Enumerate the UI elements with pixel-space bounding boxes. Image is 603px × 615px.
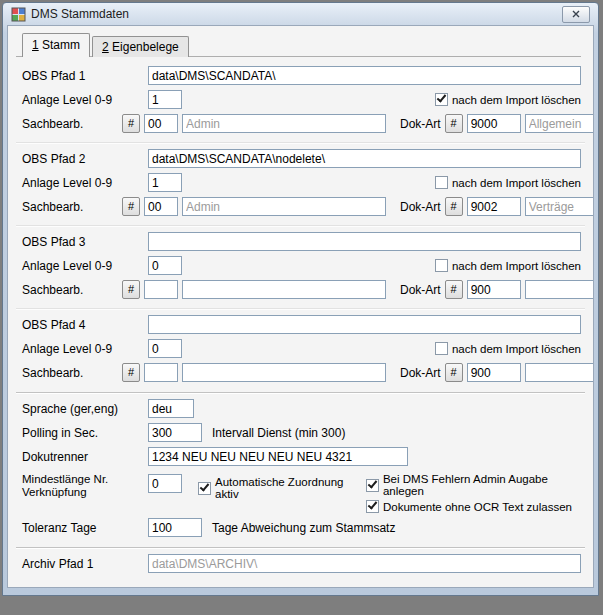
tab-eigenbelege-accel: 2: [102, 40, 109, 54]
dokart-2-lookup-button[interactable]: #: [445, 197, 463, 216]
checkbox-box[interactable]: [366, 479, 379, 492]
sachbearb-3-name-input[interactable]: [182, 280, 386, 299]
f2-save-button[interactable]: F2 Speich.: [18, 587, 93, 588]
esc-end-button[interactable]: ESC Ende: [99, 587, 173, 588]
dokart-2-code-input[interactable]: [467, 197, 521, 216]
dokart-4-label: Dok-Art: [400, 366, 441, 380]
tab-eigenbelege[interactable]: 2 Eigenbelege: [92, 36, 189, 57]
sachbearb-1-name-input[interactable]: [182, 114, 386, 133]
obs-section-3: OBS Pfad 3 Anlage Level 0-9 nach dem Imp…: [22, 232, 581, 310]
sachbearb-2-code-input[interactable]: [144, 197, 178, 216]
dokart-1-code-input[interactable]: [467, 114, 521, 133]
right-checkbox-column: Bei DMS Fehlern Admin Augabe anlegen Dok…: [366, 473, 581, 513]
ocr-text-checkbox[interactable]: Dokumente ohne OCR Text zulassen: [366, 500, 572, 513]
sachbearb-1-code-input[interactable]: [144, 114, 178, 133]
tab-stamm-label: Stamm: [39, 38, 80, 52]
obs-path-1-label: OBS Pfad 1: [22, 69, 144, 83]
dokart-1-name-input[interactable]: [525, 114, 594, 133]
tab-stamm[interactable]: 1 Stamm: [22, 33, 90, 57]
dokutrenner-label: Dokutrenner: [22, 450, 144, 464]
settings-separator: [16, 392, 585, 394]
obs-path-2-label: OBS Pfad 2: [22, 152, 144, 166]
archiv-pfad-label: Archiv Pfad 1: [22, 557, 144, 571]
obs-path-1-input[interactable]: [148, 66, 581, 85]
dokutrenner-input[interactable]: [148, 447, 408, 466]
obs-section-4: OBS Pfad 4 Anlage Level 0-9 nach dem Imp…: [22, 315, 581, 394]
delete-after-import-4-checkbox[interactable]: nach dem Import löschen: [435, 342, 581, 355]
sprache-label: Sprache (ger,eng): [22, 402, 144, 416]
checkbox-label: nach dem Import löschen: [452, 94, 581, 106]
delete-after-import-3-checkbox[interactable]: nach dem Import löschen: [435, 259, 581, 272]
sachbearb-3-label: Sachbearb.: [22, 283, 118, 297]
mindestlaenge-label: Mindestlänge Nr. Verknüpfung: [22, 473, 144, 499]
dokart-3-label: Dok-Art: [400, 283, 441, 297]
sachbearb-2-lookup-button[interactable]: #: [122, 197, 140, 216]
checkbox-box[interactable]: [435, 259, 448, 272]
obs-path-2-input[interactable]: [148, 149, 581, 168]
mindestlaenge-input[interactable]: [148, 474, 182, 493]
dokart-1-lookup-button[interactable]: #: [445, 114, 463, 133]
obs-path-4-input[interactable]: [148, 315, 581, 334]
section-separator: [16, 308, 585, 310]
auto-zuordnung-checkbox[interactable]: Automatische Zuordnung aktiv: [198, 476, 362, 500]
anlage-level-2-input[interactable]: [148, 173, 182, 192]
sachbearb-4-lookup-button[interactable]: #: [122, 363, 140, 382]
obs-section-2: OBS Pfad 2 Anlage Level 0-9 nach dem Imp…: [22, 149, 581, 227]
window-title: DMS Stammdaten: [31, 7, 562, 21]
anlage-level-1-label: Anlage Level 0-9: [22, 93, 144, 107]
checkbox-box[interactable]: [435, 93, 448, 106]
polling-hint: Intervall Dienst (min 300): [212, 426, 345, 440]
sachbearb-4-code-input[interactable]: [144, 363, 178, 382]
settings-area: Sprache (ger,eng) Polling in Sec. Interv…: [22, 399, 581, 573]
close-button[interactable]: [562, 6, 590, 23]
sachbearb-2-name-input[interactable]: [182, 197, 386, 216]
anlage-level-4-label: Anlage Level 0-9: [22, 342, 144, 356]
obs-path-3-input[interactable]: [148, 232, 581, 251]
app-icon: [11, 7, 26, 22]
dokart-4-name-input[interactable]: [525, 363, 594, 382]
obs-section-1: OBS Pfad 1 Anlage Level 0-9 nach dem Imp…: [22, 66, 581, 144]
section-separator: [16, 225, 585, 227]
delete-after-import-2-checkbox[interactable]: nach dem Import löschen: [435, 176, 581, 189]
section-separator: [16, 142, 585, 144]
toleranz-label: Toleranz Tage: [22, 521, 144, 535]
checkbox-box[interactable]: [435, 176, 448, 189]
polling-label: Polling in Sec.: [22, 426, 144, 440]
delete-after-import-1-checkbox[interactable]: nach dem Import löschen: [435, 93, 581, 106]
sachbearb-4-name-input[interactable]: [182, 363, 386, 382]
dialog-window: DMS Stammdaten 1 Stamm 2 Eigenbelege OBS…: [2, 2, 599, 596]
toleranz-input[interactable]: [148, 518, 202, 537]
polling-input[interactable]: [148, 423, 202, 442]
sachbearb-4-label: Sachbearb.: [22, 366, 118, 380]
tab-stamm-accel: 1: [32, 38, 39, 52]
sachbearb-2-label: Sachbearb.: [22, 200, 118, 214]
sachbearb-3-code-input[interactable]: [144, 280, 178, 299]
button-row: F2 Speich. ESC Ende: [18, 587, 581, 588]
dokart-3-name-input[interactable]: [525, 280, 594, 299]
sprache-input[interactable]: [148, 399, 194, 418]
dokart-3-code-input[interactable]: [467, 280, 521, 299]
dokart-3-lookup-button[interactable]: #: [445, 280, 463, 299]
anlage-level-1-input[interactable]: [148, 90, 182, 109]
checkbox-label: nach dem Import löschen: [452, 343, 581, 355]
anlage-level-4-input[interactable]: [148, 339, 182, 358]
checkbox-label: nach dem Import löschen: [452, 177, 581, 189]
archiv-separator: [16, 547, 585, 549]
dms-fehler-checkbox[interactable]: Bei DMS Fehlern Admin Augabe anlegen: [366, 473, 581, 497]
dokart-4-lookup-button[interactable]: #: [445, 363, 463, 382]
tab-eigenbelege-label: Eigenbelege: [109, 40, 179, 54]
anlage-level-3-input[interactable]: [148, 256, 182, 275]
sachbearb-1-lookup-button[interactable]: #: [122, 114, 140, 133]
sachbearb-3-lookup-button[interactable]: #: [122, 280, 140, 299]
dokart-2-name-input[interactable]: [525, 197, 594, 216]
checkbox-box[interactable]: [198, 482, 211, 495]
checkbox-label: Bei DMS Fehlern Admin Augabe anlegen: [383, 473, 581, 497]
anlage-level-3-label: Anlage Level 0-9: [22, 259, 144, 273]
checkbox-label: nach dem Import löschen: [452, 260, 581, 272]
archiv-pfad-input[interactable]: [148, 554, 581, 573]
checkbox-box[interactable]: [366, 500, 379, 513]
toleranz-hint: Tage Abweichung zum Stammsatz: [212, 521, 395, 535]
checkbox-label: Dokumente ohne OCR Text zulassen: [383, 501, 572, 513]
checkbox-box[interactable]: [435, 342, 448, 355]
dokart-4-code-input[interactable]: [467, 363, 521, 382]
